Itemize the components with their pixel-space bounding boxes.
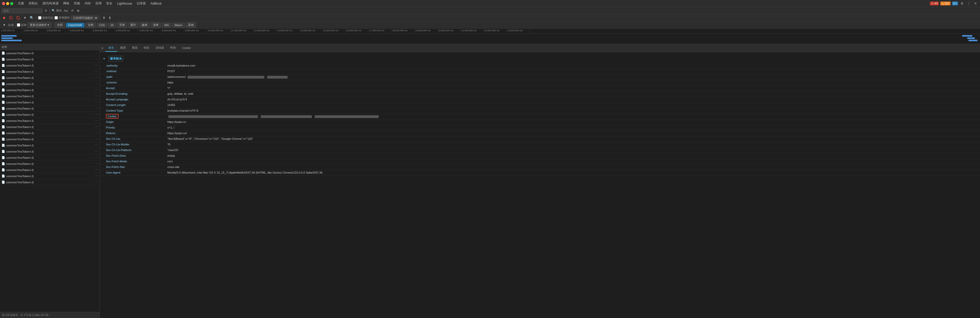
request-row-17[interactable]: 📄 common?msToken=J( ⋯	[0, 155, 100, 161]
request-row-6[interactable]: 📄 common?msToken=J( ⋯	[0, 87, 100, 93]
menu-lighthouse[interactable]: Lighthouse	[115, 1, 134, 6]
filter-manifest[interactable]: 清单	[151, 22, 161, 28]
menu-adblock[interactable]: AdBlock	[148, 1, 164, 6]
request-row-21[interactable]: 📄 common?msToken=J( ⋯	[0, 179, 100, 185]
filter-font[interactable]: 字体	[117, 22, 127, 28]
menu-memory[interactable]: 内存	[83, 0, 93, 6]
header-cookie-value	[167, 115, 380, 118]
header-sec-fetch-dest-row: Sec-Fetch-Dest: empty	[100, 153, 980, 159]
request-row-18[interactable]: 📄 common?msToken=J( ⋯	[0, 161, 100, 167]
tab-cookie[interactable]: Cookie	[179, 45, 194, 51]
clear-icon[interactable]: 🚫	[15, 15, 21, 20]
header-authority-key: :authority:	[106, 64, 167, 68]
header-authority-value: mssdk.bytedance.com	[167, 64, 195, 68]
header-accept-language-key: Accept-Language:	[106, 98, 167, 102]
tab-payload[interactable]: 载荷	[117, 44, 129, 52]
close-window-button[interactable]	[2, 2, 5, 5]
filter-css[interactable]: CSS	[97, 23, 107, 27]
request-list-body[interactable]: 📄 common?msToken=J( ⋯ 📄 common?msToken=J…	[0, 50, 100, 312]
request-row-16[interactable]: 📄 common?msToken=J( ⋯	[0, 149, 100, 155]
more-filters-button[interactable]: 更多过滤条件 ▾	[28, 22, 51, 28]
search-network-icon[interactable]: 🔍	[29, 15, 35, 20]
request-row-14[interactable]: 📄 common?msToken=J( ⋯	[0, 136, 100, 142]
filter-all[interactable]: 全部	[55, 22, 65, 28]
case-sensitive-icon[interactable]: Aa	[63, 8, 69, 13]
settings-icon[interactable]: ⚙	[959, 1, 965, 6]
close-devtools-icon[interactable]: ✕	[973, 1, 978, 6]
throttle-dropdown[interactable]: 已停用节流模式	[71, 16, 98, 20]
record-icon[interactable]: ⏺	[2, 15, 7, 20]
request-row-9[interactable]: 📄 common?msToken=J( ⋯	[0, 105, 100, 112]
request-row-20[interactable]: 📄 common?msToken=J( ⋯	[0, 173, 100, 179]
reverse-label[interactable]: 反转	[17, 23, 27, 27]
request-row-11[interactable]: 📄 common?msToken=J( ⋯	[0, 118, 100, 124]
find-label[interactable]: 🔍 查找	[52, 9, 62, 13]
request-row-15[interactable]: 📄 common?msToken=J( ⋯	[0, 142, 100, 149]
request-name-19: common?msToken=J(	[6, 168, 94, 171]
file-icon-0: 📄	[2, 51, 5, 55]
menu-network[interactable]: 网络	[61, 0, 72, 6]
minimize-window-button[interactable]	[6, 2, 9, 5]
filter-media[interactable]: 媒体	[140, 22, 150, 28]
menu-sources[interactable]: 源代码/来源	[40, 0, 60, 6]
reverse-checkbox[interactable]	[17, 23, 20, 27]
request-row-19[interactable]: 📄 common?msToken=J( ⋯	[0, 167, 100, 173]
tab-close-button[interactable]: ×	[101, 46, 103, 50]
request-row-5[interactable]: 📄 common?msToken=J( ⋯	[0, 81, 100, 87]
filter-other[interactable]: 其他	[186, 22, 196, 28]
request-row-2[interactable]: 📄 common?msToken=J( ⋯	[0, 62, 100, 69]
request-row-3[interactable]: 📄 common?msToken=J( ⋯	[0, 69, 100, 75]
filter-type-icon[interactable]: ▼	[2, 22, 7, 27]
request-headers-section-title[interactable]: ▼ 请求标头	[100, 54, 980, 63]
tab-response[interactable]: 响应	[141, 44, 153, 52]
filter-wasm[interactable]: Wasm	[172, 23, 185, 27]
request-row-8[interactable]: 📄 common?msToken=J( ⋯	[0, 99, 100, 105]
request-count: 第 138 项请求，共 173 项	[2, 313, 31, 317]
import-icon[interactable]: ⬆	[102, 15, 107, 20]
file-icon-3: 📄	[2, 70, 5, 73]
preserve-log-label[interactable]: 保留日志	[38, 16, 54, 20]
menu-application[interactable]: 应用	[93, 0, 103, 6]
stop-icon[interactable]: 🚫	[8, 15, 14, 20]
filter-img[interactable]: 图片	[128, 22, 138, 28]
disable-cache-checkbox[interactable]	[54, 16, 58, 19]
maximize-window-button[interactable]	[10, 2, 13, 5]
request-row-4[interactable]: 📄 common?msToken=J( ⋯	[0, 75, 100, 81]
header-accept-language-value: zh-CN,zh;q=0.9	[167, 98, 187, 102]
request-row-13[interactable]: 📄 common?msToken=J( ⋯	[0, 130, 100, 136]
more-options-icon[interactable]: ⋮	[966, 1, 972, 6]
disable-cache-label[interactable]: 停用缓存	[54, 16, 70, 20]
tab-preview[interactable]: 预览	[129, 44, 141, 52]
filter-ws[interactable]: WS	[162, 23, 171, 27]
tab-initiator[interactable]: 启动器	[153, 44, 167, 52]
menu-recorder[interactable]: 记录器	[135, 0, 148, 6]
tab-headers[interactable]: 标头	[105, 44, 117, 52]
menu-security[interactable]: 安全	[104, 0, 115, 6]
tab-timing[interactable]: 时间	[167, 44, 179, 52]
request-row-10[interactable]: 📄 common?msToken=J( ⋯	[0, 112, 100, 118]
search-clear-icon[interactable]: ✕	[43, 8, 48, 13]
filter-icon[interactable]: ▼	[22, 15, 28, 20]
refresh-icon[interactable]: ↺	[70, 8, 75, 13]
menu-elements[interactable]: 元素	[16, 0, 26, 6]
request-row-7[interactable]: 📄 common?msToken=J( ⋯	[0, 93, 100, 99]
clear-search-icon[interactable]: ⊗	[76, 8, 81, 13]
filter-fetch-xhr[interactable]: Fetch/XHR	[66, 23, 84, 27]
request-row-0[interactable]: 📄 common?msToken=J( ⋯	[0, 50, 100, 56]
filter-doc[interactable]: 文档	[86, 22, 96, 28]
file-icon-19: 📄	[2, 168, 5, 171]
request-dots-8: ⋯	[95, 101, 98, 104]
export-icon[interactable]: ⬇	[107, 15, 112, 20]
menu-bar-right: ⚠ 43 △ 121 ℹ 1 ⚙ ⋮ ✕	[930, 1, 978, 6]
request-list-header: 名称	[0, 44, 100, 50]
filter-js[interactable]: JS	[108, 23, 116, 27]
request-row-1[interactable]: 📄 common?msToken=J( ⋯	[0, 56, 100, 62]
header-sec-fetch-site-row: Sec-Fetch-Site: cross-site	[100, 165, 980, 170]
menu-performance[interactable]: 性能	[72, 0, 82, 6]
request-dots-7: ⋯	[95, 94, 98, 98]
menu-console[interactable]: 控制台	[27, 0, 40, 6]
search-input[interactable]	[2, 8, 43, 13]
headers-content[interactable]: ▼ 请求标头 :authority: mssdk.bytedance.com :…	[100, 52, 980, 318]
request-row-12[interactable]: 📄 common?msToken=J( ⋯	[0, 124, 100, 130]
preserve-log-checkbox[interactable]	[38, 16, 41, 19]
